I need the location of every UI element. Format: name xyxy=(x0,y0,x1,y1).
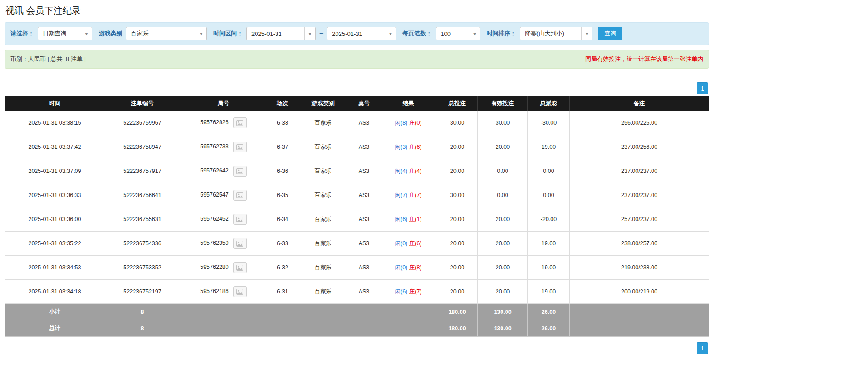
cell-valid-bet: 20.00 xyxy=(478,256,528,280)
view-image-button[interactable] xyxy=(233,142,247,152)
subtotal-total-bet: 180.00 xyxy=(437,304,478,320)
cell-game-type: 百家乐 xyxy=(298,256,348,280)
filter-bar: 请选择： 日期查询 ▼ 游戏类别 百家乐 ▼ 时间区间： 2025-01-31 … xyxy=(5,22,709,45)
date-to-value: 2025-01-31 xyxy=(327,27,385,40)
cell-empty xyxy=(267,320,298,337)
table-row: 2025-01-31 03:36:00 522236755631 5957624… xyxy=(5,207,709,232)
cell-empty xyxy=(180,320,267,337)
cell-total-bet[interactable]: 30.00 xyxy=(437,183,478,207)
cell-total-bet[interactable]: 20.00 xyxy=(437,135,478,159)
cell-remark: 200.00/219.00 xyxy=(570,280,709,304)
subtotal-payout: 26.00 xyxy=(528,304,570,320)
column-header-9: 总派彩 xyxy=(528,96,570,111)
page-size-select[interactable]: 100 ▼ xyxy=(436,27,480,40)
table-row: 2025-01-31 03:37:09 522236757917 5957626… xyxy=(5,159,709,183)
cell-empty xyxy=(380,304,437,320)
cell-result: 闲(8) 庄(0) xyxy=(380,111,437,135)
table-header-row: 时间注单编号局号场次游戏类别桌号结果总投注有效投注总派彩备注 xyxy=(5,96,709,111)
cell-table-no: AS3 xyxy=(348,135,380,159)
cell-result: 闲(0) 庄(8) xyxy=(380,256,437,280)
cell-time: 2025-01-31 03:36:33 xyxy=(5,183,105,207)
sort-label: 时间排序： xyxy=(487,30,516,38)
cell-time: 2025-01-31 03:35:22 xyxy=(5,232,105,256)
cell-valid-bet: 30.00 xyxy=(478,111,528,135)
cell-total-bet[interactable]: 20.00 xyxy=(437,159,478,183)
cell-valid-bet: 20.00 xyxy=(478,280,528,304)
cell-valid-bet: 20.00 xyxy=(478,232,528,256)
column-header-3: 场次 xyxy=(267,96,298,111)
cell-empty xyxy=(298,304,348,320)
game-type-select[interactable]: 百家乐 ▼ xyxy=(126,27,207,40)
view-image-button[interactable] xyxy=(233,262,247,273)
cell-bet-id: 522236752197 xyxy=(105,280,180,304)
cell-bet-id: 522236755631 xyxy=(105,207,180,232)
cell-total-bet[interactable]: 20.00 xyxy=(437,232,478,256)
cell-bet-id: 522236753352 xyxy=(105,256,180,280)
cell-remark: 256.00/226.00 xyxy=(570,111,709,135)
table-row: 2025-01-31 03:34:18 522236752197 5957621… xyxy=(5,280,709,304)
sort-select[interactable]: 降幂(由大到小) ▼ xyxy=(520,27,592,40)
cell-remark: 237.00/256.00 xyxy=(570,135,709,159)
cell-empty xyxy=(348,320,380,337)
chevron-down-icon: ▼ xyxy=(196,27,206,40)
cell-result: 闲(3) 庄(6) xyxy=(380,135,437,159)
cell-game-type: 百家乐 xyxy=(298,280,348,304)
column-header-1: 注单编号 xyxy=(105,96,180,111)
result-player: 闲(8) xyxy=(395,120,407,126)
cell-total-bet[interactable]: 20.00 xyxy=(437,280,478,304)
result-player: 闲(3) xyxy=(395,144,407,150)
cell-result: 闲(0) 庄(6) xyxy=(380,232,437,256)
column-header-10: 备注 xyxy=(570,96,709,111)
cell-bet-id: 522236757917 xyxy=(105,159,180,183)
cell-time: 2025-01-31 03:37:42 xyxy=(5,135,105,159)
date-from-select[interactable]: 2025-01-31 ▼ xyxy=(246,27,316,40)
pagination-page-1[interactable]: 1 xyxy=(697,342,708,354)
cell-total-bet[interactable]: 20.00 xyxy=(437,207,478,232)
column-header-4: 游戏类别 xyxy=(298,96,348,111)
pagination-top: 1 xyxy=(5,82,709,94)
date-to-select[interactable]: 2025-01-31 ▼ xyxy=(327,27,396,40)
pagination-page-1[interactable]: 1 xyxy=(697,82,708,94)
cell-total-bet[interactable]: 20.00 xyxy=(437,256,478,280)
view-image-button[interactable] xyxy=(233,190,247,201)
table-body: 2025-01-31 03:38:15 522236759967 5957628… xyxy=(5,111,709,304)
table-row: 2025-01-31 03:36:33 522236756641 5957625… xyxy=(5,183,709,207)
cell-session: 6-35 xyxy=(267,183,298,207)
view-image-button[interactable] xyxy=(233,117,247,128)
view-image-button[interactable] xyxy=(233,166,247,177)
cell-remark: 257.00/237.00 xyxy=(570,207,709,232)
cell-remark: 219.00/238.00 xyxy=(570,256,709,280)
cell-session: 6-32 xyxy=(267,256,298,280)
sort-value: 降幂(由大到小) xyxy=(520,27,581,40)
round-id: 595762280 xyxy=(200,264,229,270)
result-player: 闲(7) xyxy=(395,192,407,198)
cell-total-bet[interactable]: 30.00 xyxy=(437,111,478,135)
cell-payout: 19.00 xyxy=(528,232,570,256)
cell-round-id: 595762280 xyxy=(180,256,267,280)
result-player: 闲(6) xyxy=(395,288,407,295)
cell-empty xyxy=(380,320,437,337)
cell-round-id: 595762826 xyxy=(180,111,267,135)
search-button[interactable]: 查询 xyxy=(598,27,622,40)
cell-payout: 0.00 xyxy=(528,183,570,207)
result-banker: 庄(4) xyxy=(409,168,422,174)
result-player: 闲(6) xyxy=(395,216,407,222)
view-image-button[interactable] xyxy=(233,214,247,225)
round-id: 595762642 xyxy=(200,167,229,174)
cell-remark: 238.00/257.00 xyxy=(570,232,709,256)
view-image-button[interactable] xyxy=(233,238,247,249)
result-player: 闲(4) xyxy=(395,168,407,174)
view-image-button[interactable] xyxy=(233,286,247,297)
chevron-down-icon: ▼ xyxy=(304,27,315,40)
chevron-down-icon: ▼ xyxy=(81,27,92,40)
column-header-5: 桌号 xyxy=(348,96,380,111)
result-banker: 庄(7) xyxy=(409,288,422,295)
cell-payout: -30.00 xyxy=(528,111,570,135)
cell-table-no: AS3 xyxy=(348,256,380,280)
cell-valid-bet: 0.00 xyxy=(478,159,528,183)
cell-session: 6-31 xyxy=(267,280,298,304)
cell-payout: -20.00 xyxy=(528,207,570,232)
round-id: 595762359 xyxy=(200,240,229,246)
query-type-select[interactable]: 日期查询 ▼ xyxy=(38,27,92,40)
table-row: 2025-01-31 03:37:42 522236758947 5957627… xyxy=(5,135,709,159)
